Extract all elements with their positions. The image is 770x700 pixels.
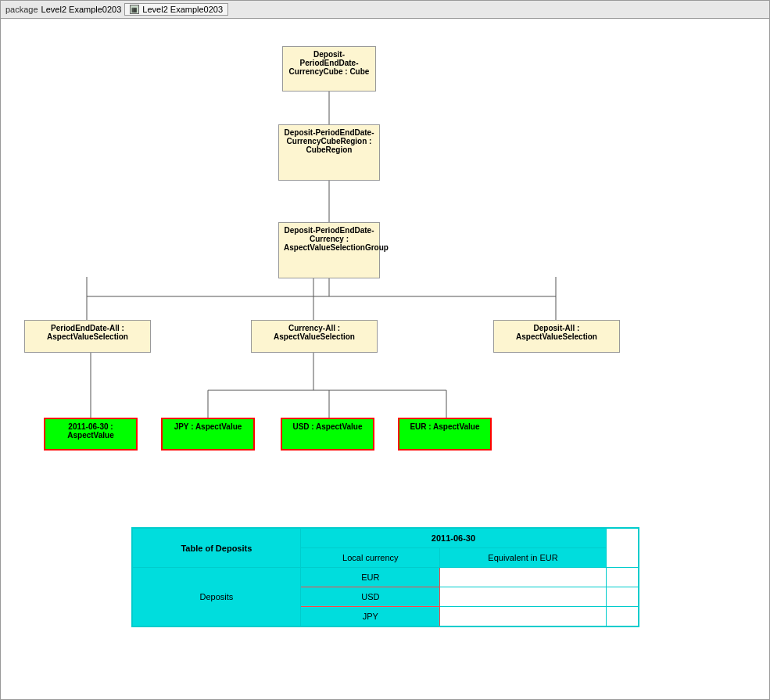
cuberegion-node: Deposit-PeriodEndDate-CurrencyCubeRegion… xyxy=(278,124,380,181)
eur-value-label: EUR : AspectValue xyxy=(410,422,479,431)
table-section: Table of Deposits 2011-06-30 Local curre… xyxy=(79,527,691,627)
aspectvalueselectiongroup-node: Deposit-PeriodEndDate-Currency : AspectV… xyxy=(278,222,380,278)
header-bar: package Level2 Example0203 ▦ Level2 Exam… xyxy=(1,1,769,19)
eur-equivalent xyxy=(606,568,638,587)
diagram-area: Deposit-PeriodEndDate-CurrencyCube : Cub… xyxy=(1,19,769,519)
date-value-label: 2011-06-30 : AspectValue xyxy=(67,422,113,440)
currency-all-label: Currency-All : AspectValueSelection xyxy=(274,324,355,341)
tab-label: Level2 Example0203 xyxy=(142,5,223,14)
usd-currency: USD xyxy=(301,587,440,607)
cube-label: Deposit-PeriodEndDate-CurrencyCube : Cub… xyxy=(289,50,370,76)
jpy-equivalent xyxy=(606,607,638,627)
table-row: Deposits EUR xyxy=(132,568,639,587)
eur-local xyxy=(440,568,606,587)
usd-value-node: USD : AspectValue xyxy=(281,418,374,451)
table-title: Table of Deposits xyxy=(132,528,301,568)
cuberegion-label: Deposit-PeriodEndDate-CurrencyCubeRegion… xyxy=(284,128,374,154)
date-header: 2011-06-30 xyxy=(301,528,606,548)
deposits-label: Deposits xyxy=(132,568,301,627)
jpy-value-label: JPY : AspectValue xyxy=(174,422,242,431)
col2-header: Equivalent in EUR xyxy=(440,548,606,568)
cube-node: Deposit-PeriodEndDate-CurrencyCube : Cub… xyxy=(282,46,376,92)
eur-currency: EUR xyxy=(301,568,440,587)
package-name: Level2 Example0203 xyxy=(41,5,122,14)
usd-local xyxy=(440,587,606,607)
deposit-all-label: Deposit-All : AspectValueSelection xyxy=(516,324,597,341)
periodenddate-all-label: PeriodEndDate-All : AspectValueSelection xyxy=(47,324,128,341)
deposit-all-node: Deposit-All : AspectValueSelection xyxy=(493,320,620,353)
package-label: package xyxy=(5,5,38,14)
tab-icon: ▦ xyxy=(130,5,139,14)
aspectvalueselectiongroup-label: Deposit-PeriodEndDate-Currency : AspectV… xyxy=(284,226,389,252)
eur-value-node: EUR : AspectValue xyxy=(398,418,492,451)
jpy-value-node: JPY : AspectValue xyxy=(161,418,255,451)
date-value-node: 2011-06-30 : AspectValue xyxy=(44,418,138,451)
jpy-currency: JPY xyxy=(301,607,440,627)
package-tab[interactable]: ▦ Level2 Example0203 xyxy=(124,3,228,16)
col1-header: Local currency xyxy=(301,548,440,568)
usd-equivalent xyxy=(606,587,638,607)
jpy-local xyxy=(440,607,606,627)
usd-value-label: USD : AspectValue xyxy=(292,422,362,431)
currency-all-node: Currency-All : AspectValueSelection xyxy=(251,320,378,353)
deposits-table: Table of Deposits 2011-06-30 Local curre… xyxy=(131,527,639,627)
periodenddate-all-node: PeriodEndDate-All : AspectValueSelection xyxy=(24,320,151,353)
